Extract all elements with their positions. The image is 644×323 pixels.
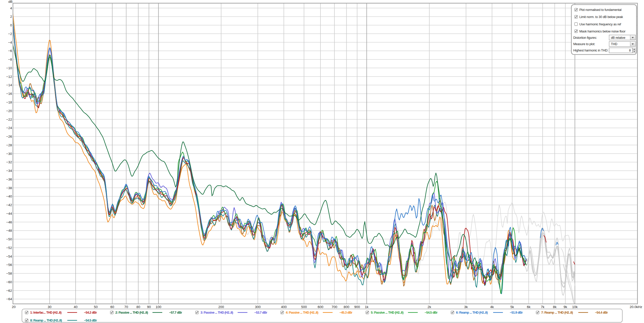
svg-text:−57.7 dBr: −57.7 dBr (169, 311, 182, 314)
svg-text:100: 100 (156, 305, 162, 309)
svg-text:4k: 4k (490, 305, 494, 309)
svg-text:5k: 5k (510, 305, 514, 309)
svg-text:−54.2 dBr: −54.2 dBr (84, 311, 97, 314)
svg-text:−16: −16 (6, 92, 12, 96)
svg-text:2k: 2k (427, 305, 431, 309)
svg-text:50: 50 (94, 305, 98, 309)
svg-text:40: 40 (74, 305, 78, 309)
svg-text:2: Passive ... THD (H2..8): 2: Passive ... THD (H2..8) (115, 311, 148, 314)
svg-text:7k: 7k (541, 305, 545, 309)
svg-text:−51.9 dBr: −51.9 dBr (510, 311, 523, 314)
svg-text:60: 60 (110, 305, 114, 309)
svg-text:3: Passive ... THD (H2..8): 3: Passive ... THD (H2..8) (201, 311, 233, 314)
svg-text:9k: 9k (564, 305, 567, 309)
svg-text:800: 800 (344, 305, 349, 309)
svg-text:−34: −34 (6, 169, 12, 173)
svg-text:900: 900 (354, 305, 360, 309)
svg-text:−46: −46 (6, 220, 12, 224)
svg-text:10k: 10k (572, 305, 578, 309)
svg-text:90: 90 (147, 305, 151, 309)
svg-text:−24: −24 (6, 126, 12, 130)
svg-text:Distortion figures:: Distortion figures: (573, 36, 597, 40)
svg-text:3k: 3k (464, 305, 468, 309)
svg-text:−50: −50 (6, 237, 12, 241)
svg-text:−56: −56 (6, 263, 12, 267)
svg-text:−4: −4 (8, 41, 12, 44)
svg-text:−2: −2 (8, 32, 12, 36)
svg-text:80: 80 (136, 305, 140, 309)
svg-text:dB relative: dB relative (611, 36, 625, 40)
svg-text:−38: −38 (6, 186, 12, 190)
svg-text:0: 0 (10, 23, 12, 27)
svg-text:6k: 6k (527, 305, 531, 309)
svg-text:600: 600 (318, 305, 324, 309)
svg-text:−62: −62 (6, 289, 12, 293)
svg-text:6: Reamp ... THD (H2..8): 6: Reamp ... THD (H2..8) (456, 311, 488, 314)
svg-text:−54.5 dBr: −54.5 dBr (425, 311, 438, 314)
svg-text:−54.5 dBr: −54.5 dBr (84, 319, 97, 322)
svg-text:Mask harmonics below noise flo: Mask harmonics below noise floor (579, 30, 625, 33)
svg-text:−20: −20 (6, 109, 12, 113)
svg-text:8: Reamp ... THD (H2..8): 8: Reamp ... THD (H2..8) (30, 319, 62, 322)
svg-text:−45.3 dBr: −45.3 dBr (339, 311, 352, 314)
svg-text:−60: −60 (6, 280, 12, 284)
svg-text:500: 500 (301, 305, 307, 309)
svg-text:−18: −18 (6, 100, 12, 104)
svg-text:4: Passive ... THD (H2..8): 4: Passive ... THD (H2..8) (286, 311, 318, 314)
svg-text:1: Interfac... THD (H2..8): 1: Interfac... THD (H2..8) (30, 311, 62, 314)
svg-text:−54.4 dBr: −54.4 dBr (595, 311, 608, 314)
svg-text:70: 70 (124, 305, 128, 309)
svg-text:−36: −36 (6, 177, 12, 181)
svg-text:20: 20 (12, 305, 15, 309)
svg-text:−44: −44 (6, 212, 12, 216)
svg-text:−32: −32 (6, 160, 12, 164)
svg-text:−14: −14 (6, 83, 12, 87)
svg-text:20.0kHz: 20.0kHz (630, 305, 642, 309)
svg-text:−64: −64 (6, 297, 12, 301)
svg-text:Highest harmonic in THD:: Highest harmonic in THD: (573, 49, 608, 52)
svg-text:−48: −48 (6, 229, 12, 232)
svg-text:Plot normalised to fundamental: Plot normalised to fundamental (579, 8, 621, 12)
svg-text:8: 8 (629, 49, 631, 52)
svg-text:dB: dB (8, 0, 13, 4)
svg-text:30: 30 (48, 305, 51, 309)
svg-text:4: 4 (10, 6, 12, 10)
svg-text:−22: −22 (6, 118, 12, 121)
svg-text:−30: −30 (6, 152, 12, 156)
svg-text:−40: −40 (6, 194, 12, 198)
svg-text:7: Reamp ... THD (H2..8): 7: Reamp ... THD (H2..8) (541, 311, 573, 314)
svg-text:−26: −26 (6, 135, 12, 138)
svg-text:2: 2 (10, 15, 12, 19)
svg-text:−10: −10 (6, 66, 12, 70)
svg-text:−58: −58 (6, 272, 12, 275)
svg-text:400: 400 (281, 305, 287, 309)
svg-text:700: 700 (332, 305, 337, 309)
svg-text:−12: −12 (6, 75, 12, 79)
svg-text:300: 300 (255, 305, 261, 309)
svg-text:200: 200 (218, 305, 224, 309)
svg-text:−53.7 dBr: −53.7 dBr (254, 311, 267, 314)
svg-text:Limit norm. to 30 dB below pea: Limit norm. to 30 dB below peak (579, 15, 623, 19)
svg-text:8k: 8k (553, 305, 557, 309)
svg-text:5: Passive ... THD (H2..8): 5: Passive ... THD (H2..8) (371, 311, 404, 314)
svg-text:−28: −28 (6, 143, 12, 147)
svg-text:Measure to plot:: Measure to plot: (573, 42, 595, 46)
svg-text:THD: THD (611, 42, 617, 46)
svg-text:−6: −6 (8, 49, 12, 53)
svg-text:1k: 1k (365, 305, 369, 309)
svg-text:−8: −8 (8, 58, 12, 61)
svg-text:Use harmonic frequency as ref: Use harmonic frequency as ref (579, 23, 621, 26)
svg-text:−52: −52 (6, 246, 12, 250)
svg-text:−54: −54 (6, 255, 12, 258)
svg-text:−42: −42 (6, 203, 12, 207)
